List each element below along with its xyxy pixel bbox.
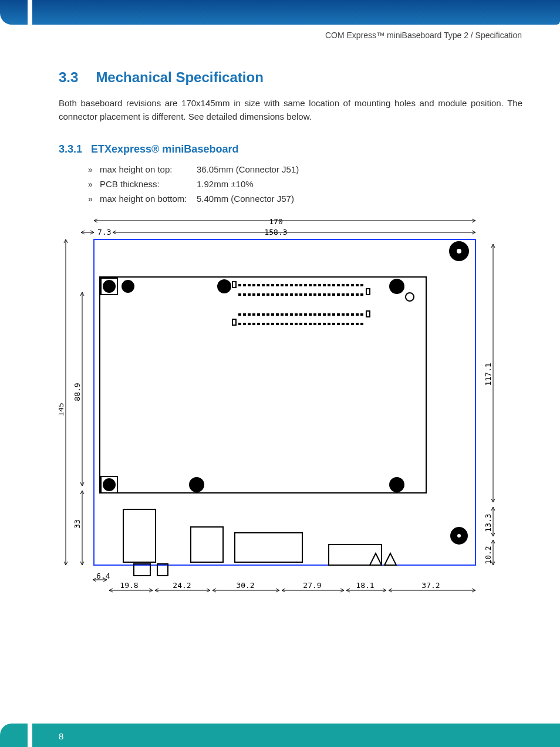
svg-point-15 bbox=[390, 279, 404, 293]
footer-bar bbox=[0, 724, 560, 747]
section-number: 3.3 bbox=[59, 69, 78, 85]
subsection-number: 3.3.1 bbox=[59, 143, 82, 155]
header-banner bbox=[0, 0, 560, 25]
dim-right-lower: 10.2 bbox=[484, 546, 492, 564]
bullet-icon: » bbox=[88, 165, 100, 174]
dim-right-mid: 13.3 bbox=[484, 513, 492, 532]
svg-rect-27 bbox=[123, 509, 156, 562]
dim-bottom-a: 6.4 bbox=[96, 572, 110, 580]
section-paragraph: Both baseboard revisions are 170x145mm i… bbox=[59, 96, 522, 124]
svg-point-13 bbox=[390, 478, 404, 492]
svg-rect-23 bbox=[232, 282, 236, 288]
spec-row: » max height on top: 36.05mm (Connector … bbox=[88, 164, 299, 174]
svg-point-9 bbox=[456, 248, 462, 254]
svg-point-6 bbox=[103, 280, 115, 292]
dim-right-upper: 117.1 bbox=[484, 363, 492, 386]
svg-rect-24 bbox=[366, 289, 370, 295]
section-title: Mechanical Specification bbox=[96, 69, 263, 85]
page-number: 8 bbox=[59, 731, 63, 741]
dim-top-offset: 7.3 bbox=[97, 228, 111, 236]
svg-point-12 bbox=[190, 478, 204, 492]
svg-rect-29 bbox=[235, 533, 302, 562]
dim-top-overall: 170 bbox=[269, 217, 282, 226]
svg-point-18 bbox=[217, 279, 231, 293]
spec-label: max height on bottom: bbox=[100, 194, 197, 204]
dim-bottom-d: 30.2 bbox=[236, 581, 254, 590]
breadcrumb: COM Express™ miniBaseboard Type 2 / Spec… bbox=[325, 31, 522, 40]
bullet-icon: » bbox=[88, 194, 100, 204]
svg-point-11 bbox=[103, 479, 115, 491]
svg-rect-4 bbox=[100, 277, 426, 493]
svg-rect-26 bbox=[366, 311, 370, 317]
svg-point-7 bbox=[122, 280, 134, 292]
spec-label: max height on top: bbox=[100, 164, 197, 174]
dim-top-inner: 158.3 bbox=[264, 228, 287, 236]
bullet-icon: » bbox=[88, 180, 100, 189]
dim-bottom-e: 27.9 bbox=[303, 581, 321, 590]
svg-rect-25 bbox=[232, 319, 236, 325]
svg-point-14 bbox=[406, 293, 414, 301]
spec-value: 36.05mm (Connector J51) bbox=[197, 164, 299, 174]
subsection-heading: 3.3.1ETXexpress® miniBaseboard bbox=[59, 143, 238, 156]
dim-left-overall: 145 bbox=[59, 403, 65, 416]
spec-label: PCB thickness: bbox=[100, 179, 197, 189]
svg-rect-3 bbox=[94, 239, 475, 565]
dim-left-lower: 33 bbox=[73, 519, 82, 529]
dim-bottom-c: 24.2 bbox=[173, 581, 191, 590]
spec-row: » PCB thickness: 1.92mm ±10% bbox=[88, 179, 299, 189]
svg-point-17 bbox=[457, 533, 461, 538]
spec-list: » max height on top: 36.05mm (Connector … bbox=[88, 164, 299, 208]
svg-rect-28 bbox=[191, 527, 223, 562]
mechanical-drawing: 170 7.3 158.3 bbox=[59, 216, 505, 597]
subsection-title: ETXexpress® miniBaseboard bbox=[91, 143, 238, 155]
dim-bottom-b: 19.8 bbox=[120, 581, 138, 590]
svg-rect-30 bbox=[329, 545, 382, 565]
dim-left-inner: 88.9 bbox=[73, 383, 82, 401]
dim-bottom-f: 18.1 bbox=[356, 581, 374, 590]
section-heading: 3.3Mechanical Specification bbox=[59, 69, 264, 86]
dim-bottom-g: 37.2 bbox=[421, 581, 440, 590]
spec-row: » max height on bottom: 5.40mm (Connecto… bbox=[88, 194, 299, 204]
spec-value: 1.92mm ±10% bbox=[197, 179, 254, 189]
spec-value: 5.40mm (Connector J57) bbox=[197, 194, 294, 204]
